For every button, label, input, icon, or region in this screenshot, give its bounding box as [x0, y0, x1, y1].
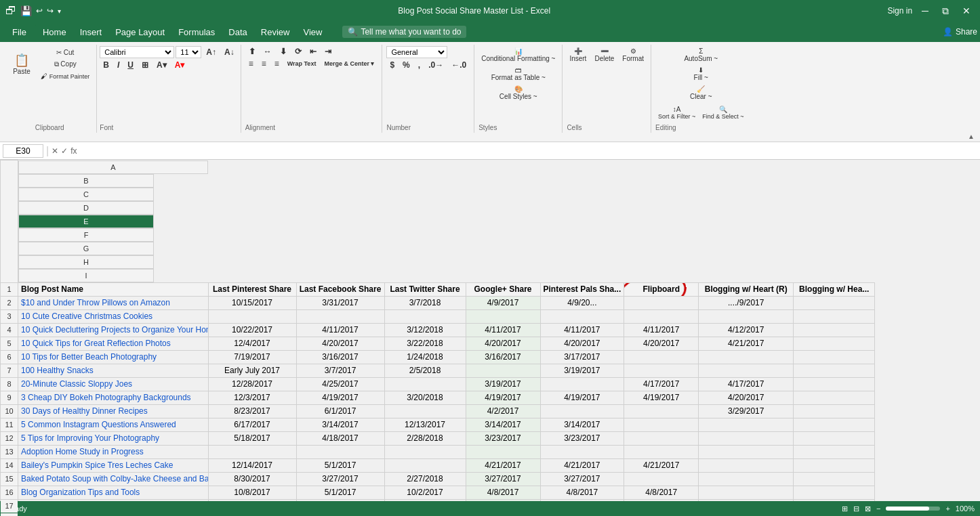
cell-10-D[interactable]	[384, 404, 466, 418]
cell-15-G[interactable]	[624, 472, 699, 486]
cell-9-H[interactable]: 4/20/2017	[699, 391, 794, 404]
cell-8-H[interactable]: 4/17/2017	[699, 377, 794, 391]
cell-3-C[interactable]	[296, 309, 384, 323]
cell-3-I[interactable]	[794, 309, 875, 323]
cell-5-B[interactable]: 12/4/2017	[208, 337, 296, 350]
cell-12-G[interactable]	[624, 431, 699, 445]
cell-1-G[interactable]: Flipboard	[624, 282, 699, 296]
menu-view[interactable]: View	[296, 24, 329, 40]
confirm-formula-icon[interactable]: ✓	[61, 146, 68, 156]
cell-4-E[interactable]: 4/11/2017	[466, 323, 540, 337]
align-middle-button[interactable]: ↔	[260, 46, 275, 57]
cell-reference-box[interactable]: E30	[3, 144, 43, 158]
cell-8-E[interactable]: 3/19/2017	[466, 377, 540, 391]
zoom-out-icon[interactable]: −	[876, 504, 880, 513]
cell-14-A[interactable]: Bailey's Pumpkin Spice Tres Leches Cake	[18, 458, 209, 472]
cell-5-I[interactable]	[794, 337, 875, 350]
currency-button[interactable]: $	[386, 60, 398, 70]
cell-13-F[interactable]	[540, 445, 624, 458]
cut-button[interactable]: ✂ Cut	[38, 47, 92, 58]
undo-icon[interactable]: ↩	[36, 6, 43, 16]
cell-16-A[interactable]: Blog Organization Tips and Tools	[18, 486, 209, 499]
clear-button[interactable]: 🧹 Clear ~	[655, 84, 747, 102]
cell-7-B[interactable]: Early July 2017	[208, 364, 296, 377]
post-title-link[interactable]: 5 Common Instagram Questions Answered	[21, 420, 176, 429]
insert-cells-button[interactable]: ➕ Insert	[567, 46, 589, 64]
menu-review[interactable]: Review	[254, 24, 297, 40]
cell-7-G[interactable]	[624, 364, 699, 377]
restore-btn[interactable]: ⧉	[938, 5, 953, 17]
menu-home[interactable]: Home	[36, 24, 73, 40]
cell-13-I[interactable]	[794, 445, 875, 458]
cell-7-I[interactable]	[794, 364, 875, 377]
post-title-link[interactable]: 10 Cute Creative Christmas Cookies	[21, 311, 152, 321]
cell-10-C[interactable]: 6/1/2017	[296, 404, 384, 418]
cell-11-C[interactable]: 3/14/2017	[296, 418, 384, 431]
cell-14-F[interactable]: 4/21/2017	[540, 458, 624, 472]
zoom-in-icon[interactable]: +	[945, 504, 950, 513]
post-title-link[interactable]: 100 Healthy Snacks	[21, 366, 94, 375]
cell-10-G[interactable]	[624, 404, 699, 418]
menu-insert[interactable]: Insert	[73, 24, 109, 40]
cell-7-E[interactable]	[466, 364, 540, 377]
cell-6-I[interactable]	[794, 350, 875, 364]
view-page-layout-icon[interactable]: ⊟	[853, 504, 859, 513]
cell-7-C[interactable]: 3/7/2017	[296, 364, 384, 377]
cell-4-A[interactable]: 10 Quick Decluttering Projects to Organi…	[18, 323, 209, 337]
copy-button[interactable]: ⧉ Copy	[38, 59, 92, 70]
cell-14-B[interactable]: 12/14/2017	[208, 458, 296, 472]
percent-button[interactable]: %	[399, 60, 413, 70]
align-left-button[interactable]: ≡	[245, 58, 257, 69]
cell-3-G[interactable]	[624, 309, 699, 323]
cell-9-A[interactable]: 3 Cheap DIY Bokeh Photography Background…	[18, 391, 209, 404]
post-title-link[interactable]: 3 Cheap DIY Bokeh Photography Background…	[21, 393, 191, 402]
cell-12-E[interactable]: 3/23/2017	[466, 431, 540, 445]
find-select-button[interactable]: 🔍 Find & Select ~	[699, 104, 746, 121]
cell-13-D[interactable]	[384, 445, 466, 458]
borders-button[interactable]: ⊞	[138, 60, 152, 70]
cell-9-I[interactable]	[794, 391, 875, 404]
post-title-link[interactable]: Adoption Home Study in Progress	[21, 447, 144, 456]
cell-5-G[interactable]: 4/20/2017	[624, 337, 699, 350]
corner-cell[interactable]	[1, 160, 18, 283]
decrease-decimal-button[interactable]: ←.0	[448, 60, 470, 70]
cell-6-C[interactable]: 3/16/2017	[296, 350, 384, 364]
align-right-button[interactable]: ≡	[271, 58, 283, 69]
menu-search[interactable]: 🔍 Tell me what you want to do	[342, 26, 466, 38]
col-header-a[interactable]: A	[18, 160, 208, 174]
sort-filter-button[interactable]: ↕A Sort & Filter ~	[655, 104, 698, 121]
cell-4-G[interactable]: 4/11/2017	[624, 323, 699, 337]
post-title-link[interactable]: Bailey's Pumpkin Spice Tres Leches Cake	[21, 460, 173, 470]
post-title-link[interactable]: Blog Organization Tips and Tools	[21, 488, 140, 497]
align-center-button[interactable]: ≡	[258, 58, 270, 69]
cell-13-H[interactable]	[699, 445, 794, 458]
cell-12-A[interactable]: 5 Tips for Improving Your Photography	[18, 431, 209, 445]
font-name-select[interactable]: Calibri	[100, 46, 174, 58]
align-top-button[interactable]: ⬆	[245, 46, 259, 57]
cell-15-H[interactable]	[699, 472, 794, 486]
cell-15-A[interactable]: Baked Potato Soup with Colby-Jake Cheese…	[18, 472, 209, 486]
cell-1-B[interactable]: Last Pinterest Share	[208, 282, 296, 296]
cell-14-I[interactable]	[794, 458, 875, 472]
cell-3-A[interactable]: 10 Cute Creative Christmas Cookies	[18, 309, 209, 323]
cell-2-H[interactable]: ..../9/2017	[699, 296, 794, 309]
cell-3-E[interactable]	[466, 309, 540, 323]
italic-button[interactable]: I	[114, 60, 123, 70]
post-title-link[interactable]: 5 Tips for Improving Your Photography	[21, 433, 159, 443]
cell-11-E[interactable]: 3/14/2017	[466, 418, 540, 431]
cell-16-D[interactable]: 10/2/2017	[384, 486, 466, 499]
cell-13-A[interactable]: Adoption Home Study in Progress	[18, 445, 209, 458]
cell-9-D[interactable]: 3/20/2018	[384, 391, 466, 404]
cell-9-E[interactable]: 4/19/2017	[466, 391, 540, 404]
sign-in-link[interactable]: Sign in	[887, 6, 912, 16]
indent-increase-button[interactable]: ⇥	[321, 46, 335, 57]
fill-color-button[interactable]: A▾	[153, 60, 170, 70]
align-bottom-button[interactable]: ⬇	[277, 46, 290, 57]
post-title-link[interactable]: 20-Minute Classic Sloppy Joes	[21, 379, 132, 389]
cell-11-A[interactable]: 5 Common Instagram Questions Answered	[18, 418, 209, 431]
cell-3-H[interactable]	[699, 309, 794, 323]
cell-15-C[interactable]: 3/27/2017	[296, 472, 384, 486]
cell-7-D[interactable]: 2/5/2018	[384, 364, 466, 377]
cell-5-F[interactable]: 4/20/2017	[540, 337, 624, 350]
cell-16-G[interactable]: 4/8/2017	[624, 486, 699, 499]
